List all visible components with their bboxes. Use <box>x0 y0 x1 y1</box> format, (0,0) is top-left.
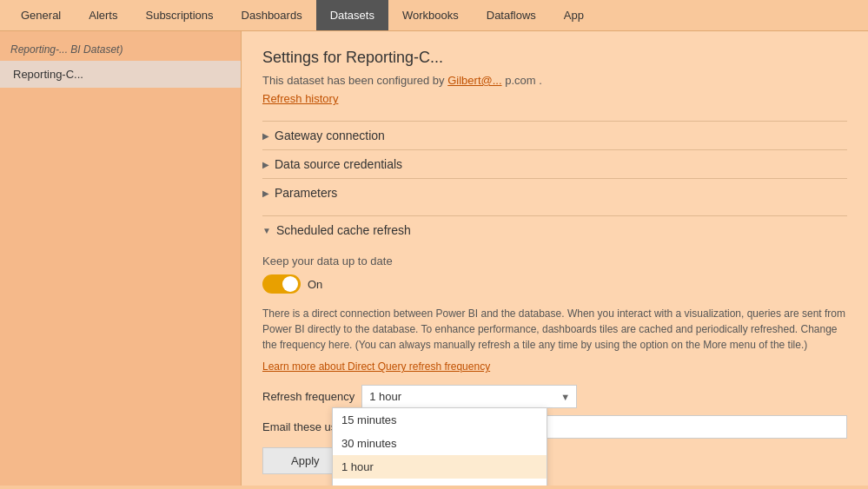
tab-general[interactable]: General <box>7 0 75 30</box>
page-title: Settings for Reporting-C... <box>262 49 847 67</box>
dropdown-item-1hour[interactable]: 1 hour <box>333 455 547 479</box>
freq-dropdown-overlay: 15 minutes 30 minutes 1 hour 2 hours 3 h… <box>332 407 547 486</box>
sidebar-breadcrumb: Reporting-... BI Dataset) <box>0 38 241 61</box>
tab-alerts[interactable]: Alerts <box>75 0 131 30</box>
accordion-header-gateway[interactable]: ▶ Gateway connection <box>262 121 847 149</box>
dropdown-item-30min[interactable]: 30 minutes <box>333 432 547 455</box>
accordion-datasource: ▶ Data source credentials <box>262 149 847 178</box>
toggle-row: On <box>262 274 847 294</box>
scheduled-cache-label: Scheduled cache refresh <box>276 223 411 237</box>
accordion-arrow-parameters: ▶ <box>262 188 269 198</box>
toggle-switch[interactable] <box>262 274 301 294</box>
main-layout: Reporting-... BI Dataset) Reporting-C...… <box>0 31 868 486</box>
refresh-freq-row: Refresh frequency 15 minutes 30 minutes … <box>262 385 847 408</box>
tab-dashboards[interactable]: Dashboards <box>228 0 316 30</box>
refresh-freq-select-wrapper: 15 minutes 30 minutes 1 hour 2 hours 3 h… <box>361 385 577 408</box>
accordion-header-datasource[interactable]: ▶ Data source credentials <box>262 149 847 178</box>
config-info: This dataset has been configured by Gilb… <box>262 74 847 87</box>
refresh-history-link[interactable]: Refresh history <box>262 92 338 105</box>
top-nav: General Alerts Subscriptions Dashboards … <box>0 0 868 31</box>
refresh-freq-select[interactable]: 15 minutes 30 minutes 1 hour 2 hours 3 h… <box>361 385 577 408</box>
config-suffix: . <box>539 74 542 87</box>
dropdown-item-15min[interactable]: 15 minutes <box>333 408 547 432</box>
scheduled-cache-header[interactable]: ▼ Scheduled cache refresh <box>262 215 847 244</box>
sidebar: Reporting-... BI Dataset) Reporting-C... <box>0 31 242 486</box>
accordion-arrow-gateway: ▶ <box>262 131 269 141</box>
content-area: Settings for Reporting-C... This dataset… <box>242 31 868 486</box>
accordion-label-parameters: Parameters <box>275 186 337 200</box>
config-info-prefix: This dataset has been configured by <box>262 74 447 87</box>
accordion-gateway: ▶ Gateway connection <box>262 121 847 149</box>
accordion-label-datasource: Data source credentials <box>275 157 402 171</box>
dropdown-item-2hours[interactable]: 2 hours <box>333 479 547 486</box>
toggle-slider <box>262 274 301 294</box>
refresh-freq-label: Refresh frequency <box>262 390 354 403</box>
toggle-label: On <box>308 278 322 291</box>
sidebar-item-dataset[interactable]: Reporting-C... <box>0 61 241 88</box>
scheduled-cache-section: ▼ Scheduled cache refresh Keep your data… <box>262 207 847 474</box>
tab-subscriptions[interactable]: Subscriptions <box>131 0 227 30</box>
accordion-arrow-datasource: ▶ <box>262 160 269 169</box>
tab-datasets[interactable]: Datasets <box>316 0 388 30</box>
tab-app[interactable]: App <box>550 0 598 30</box>
accordion-label-gateway: Gateway connection <box>275 129 385 142</box>
scheduled-cache-arrow: ▼ <box>262 226 271 235</box>
keep-up-label: Keep your data up to date <box>262 254 847 268</box>
config-user-link[interactable]: Gilbert@... <box>447 74 501 87</box>
description-link[interactable]: Learn more about Direct Query refresh fr… <box>262 360 490 373</box>
accordion-parameters: ▶ Parameters <box>262 178 847 207</box>
config-domain: p.com <box>505 74 535 87</box>
accordion-header-parameters[interactable]: ▶ Parameters <box>262 178 847 207</box>
description-text: There is a direct connection between Pow… <box>262 306 847 353</box>
tab-dataflows[interactable]: Dataflows <box>473 0 550 30</box>
tab-workbooks[interactable]: Workbooks <box>388 0 473 30</box>
